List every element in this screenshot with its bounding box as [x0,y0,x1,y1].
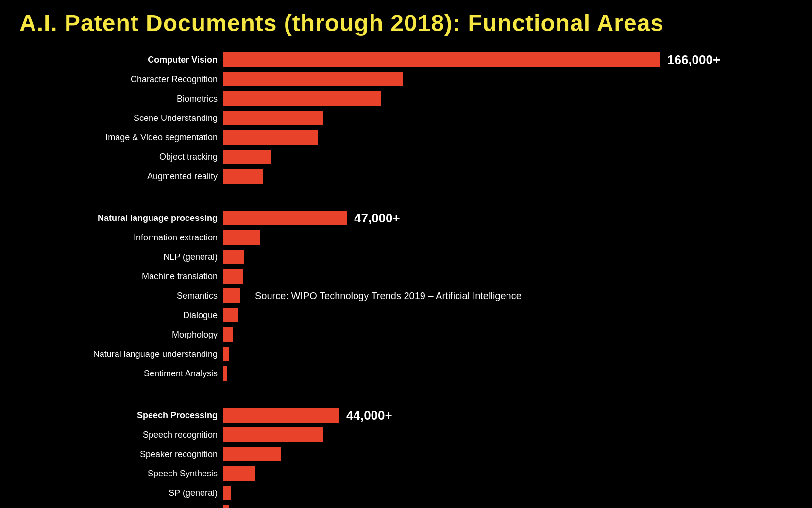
bar-area [223,269,793,284]
bar-row: Computer Vision166,000+ [19,51,793,68]
bar-label: Object tracking [19,152,223,162]
bar-label: Natural language processing [19,213,223,223]
bar-area [223,505,793,508]
bar [223,150,271,164]
bar-label: Information extraction [19,233,223,243]
bar-label: Speech recognition [19,430,223,440]
bar-label: Character Recognition [19,74,223,85]
value-label: 166,000+ [667,52,720,68]
bar-row: Dialogue [19,306,793,324]
bar [223,347,229,361]
bar-row: NLP (general) [19,248,793,266]
bar-row: Speech Synthesis [19,465,793,482]
page-title: A.I. Patent Documents (through 2018): Fu… [19,10,793,36]
bar-area [223,366,793,381]
bar-row: Object tracking [19,148,793,166]
bar-row: Speech Processing44,000+ [19,406,793,424]
bar-label: Computer Vision [19,55,223,65]
bar-row: Speech recognition [19,426,793,443]
bar [223,211,347,225]
bar [223,505,229,508]
bar-label: Speech Synthesis [19,469,223,479]
bar-label: Morphology [19,330,223,340]
bar-row: Augmented reality [19,168,793,185]
bar-row: Machine translation [19,268,793,285]
bar [223,130,318,145]
bar [223,327,233,342]
bar-area [223,466,793,481]
bar-area: 166,000+ [223,52,793,68]
value-label: 44,000+ [346,408,392,423]
chart-container: Computer Vision166,000+Character Recogni… [19,51,793,508]
bar [223,366,227,381]
bar [223,91,381,106]
bar [223,250,244,264]
bar [223,72,403,86]
bar-label: Augmented reality [19,171,223,182]
bar-area: 47,000+ [223,211,793,226]
bar-area [223,486,793,500]
bar-row: SemanticsSource: WIPO Technology Trends … [19,287,793,305]
bar-label: Speech Processing [19,410,223,421]
bar [223,486,231,500]
bar-area: Source: WIPO Technology Trends 2019 – Ar… [223,288,793,303]
bar-label: Scene Understanding [19,113,223,123]
bar-label: Image & Video segmentation [19,133,223,143]
bar-label: Dialogue [19,310,223,321]
source-text: Source: WIPO Technology Trends 2019 – Ar… [255,290,522,302]
bar-label: SP (general) [19,488,223,498]
bar [223,466,255,481]
bar-label: Biometrics [19,94,223,104]
bar-row: Biometrics [19,90,793,107]
bar-label: Sentiment Analysis [19,369,223,379]
bar-row: Scene Understanding [19,109,793,127]
computer-vision-group: Computer Vision166,000+Character Recogni… [19,51,793,185]
bar [223,288,240,303]
bar-label: Speaker recognition [19,449,223,459]
bar-area [223,447,793,461]
bar-area [223,72,793,86]
bar-area [223,308,793,322]
bar [223,169,263,184]
value-label: 47,000+ [354,211,400,226]
speech-group: Speech Processing44,000+Speech recogniti… [19,406,793,508]
bar-area [223,427,793,442]
bar-area [223,130,793,145]
bar [223,111,323,125]
bar-area [223,230,793,245]
bar-row: Natural language processing47,000+ [19,209,793,227]
bar-label: Semantics [19,291,223,301]
bar [223,52,660,67]
bar-row: Image & Video segmentation [19,129,793,146]
bar-label: Natural language understanding [19,349,223,359]
bar [223,269,243,284]
bar-area [223,91,793,106]
bar [223,408,339,423]
bar-area: 44,000+ [223,408,793,423]
bar-area [223,347,793,361]
bar-area [223,169,793,184]
bar [223,447,281,461]
bar-label: Machine translation [19,271,223,282]
bar-label: NLP (general) [19,252,223,262]
bar-row: Character Recognition [19,70,793,88]
bar-row: Natural language understanding [19,345,793,363]
bar [223,230,260,245]
bar-row: Speech-to-speech [19,504,793,508]
bar-area [223,111,793,125]
bar-row: SP (general) [19,484,793,502]
bar [223,308,238,322]
bar-row: Information extraction [19,229,793,246]
bar [223,427,323,442]
bar-row: Morphology [19,326,793,343]
bar-row: Sentiment Analysis [19,365,793,382]
bar-area [223,150,793,164]
nlp-group: Natural language processing47,000+Inform… [19,209,793,382]
bar-area [223,250,793,264]
bar-area [223,327,793,342]
bar-row: Speaker recognition [19,445,793,463]
